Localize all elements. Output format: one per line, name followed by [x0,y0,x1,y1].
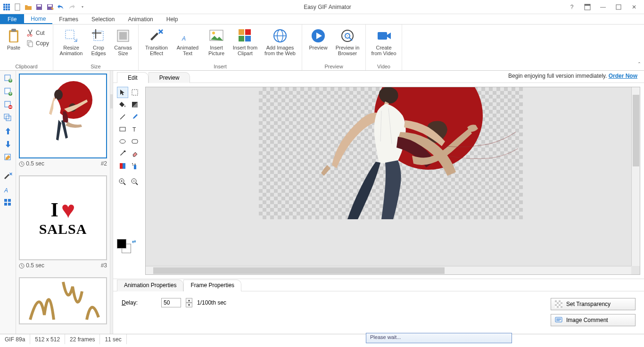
svg-rect-27 [119,32,127,40]
move-up-icon[interactable] [2,125,14,137]
help-icon[interactable]: ? [568,3,576,11]
delay-spinner[interactable]: ▲ ▼ [186,298,192,307]
tab-animation-properties[interactable]: Animation Properties [117,280,183,291]
tab-frames[interactable]: Frames [52,14,85,24]
window-controls: ? — ✕ [568,3,644,11]
svg-rect-71 [120,163,123,169]
eraser-tool[interactable] [129,148,140,159]
brush-tool[interactable] [129,111,140,123]
preview-browser-button[interactable]: Preview in Browser [333,26,362,56]
tab-edit[interactable]: Edit [117,72,149,83]
cut-button[interactable]: Cut [26,28,49,38]
spin-down-icon[interactable]: ▼ [186,303,192,307]
redo-icon[interactable] [67,2,76,12]
svg-rect-72 [123,163,125,169]
tab-preview[interactable]: Preview [149,72,190,83]
open-icon[interactable] [24,2,33,12]
maximize-icon[interactable] [614,3,623,11]
preview-button[interactable]: Preview [306,26,330,50]
pointer-tool[interactable] [117,87,128,98]
replace-color-tool[interactable] [117,160,128,172]
text-tool[interactable]: T [129,124,140,135]
zoom-out-tool[interactable] [129,176,140,188]
save-as-icon[interactable] [45,2,55,12]
copy-button[interactable]: Copy [26,39,49,48]
ribbon-group-insert: Transition Effect AAnimated Text Insert … [139,25,302,70]
qat-dropdown-icon[interactable]: ▾ [78,2,87,12]
delay-input[interactable] [161,298,181,307]
svg-rect-16 [616,5,621,9]
paste-button[interactable]: Paste [4,26,24,50]
effects-icon[interactable] [2,171,14,182]
rectangle-tool[interactable] [117,124,128,135]
add-frame-icon[interactable]: + [2,73,14,84]
ribbon-toggle-icon[interactable] [583,3,592,11]
ribbon-collapse-icon[interactable]: ˆ [638,62,640,68]
line-tool[interactable] [117,111,128,123]
status-format: GIF 89a [0,334,30,344]
insert-clipart-button[interactable]: Insert from Clipart [231,26,259,56]
gradient-tool[interactable] [129,99,140,110]
frame-thumbnail-2[interactable] [19,74,107,158]
manage-frames-icon[interactable] [2,197,14,208]
svg-point-21 [30,34,32,36]
animated-text-button[interactable]: AAnimated Text [173,26,202,56]
undo-icon[interactable] [56,2,66,12]
order-now-link[interactable]: Order Now [609,73,637,79]
spray-tool[interactable] [129,160,140,172]
splitter[interactable] [110,71,113,334]
vertical-scrollbar[interactable] [631,87,640,266]
resize-animation-button[interactable]: Resize Animation [57,26,85,56]
rounded-rect-tool[interactable] [129,136,140,147]
duplicate-frame-icon[interactable] [2,112,14,124]
horizontal-scrollbar[interactable] [146,266,631,274]
spin-up-icon[interactable]: ▲ [186,298,192,303]
svg-rect-19 [11,29,16,32]
eyedropper-tool[interactable] [117,148,128,159]
svg-rect-15 [585,4,590,6]
main-area: + + A [0,71,644,334]
foreground-color[interactable] [117,239,126,248]
swap-colors-icon[interactable]: ⇄ [132,239,136,244]
svg-rect-32 [245,29,251,35]
tab-selection[interactable]: Selection [85,14,121,24]
frame-thumbnail-4[interactable] [19,277,107,324]
text-icon[interactable]: A [2,184,14,195]
selection-tool[interactable] [129,87,140,98]
color-swatch[interactable]: ⇄ [117,239,136,256]
tab-animation[interactable]: Animation [121,14,159,24]
frame-strip: 0.5 sec #2 I ♥ SALSA 0.5 sec #3 [16,71,110,334]
svg-rect-94 [561,306,562,308]
transition-effect-button[interactable]: Transition Effect [142,26,171,56]
svg-rect-9 [15,4,20,10]
new-icon[interactable] [13,2,22,12]
svg-rect-93 [557,306,559,308]
svg-rect-42 [378,32,387,40]
minimize-icon[interactable]: — [599,3,607,11]
crop-edges-button[interactable]: Crop Edges [88,26,109,56]
tab-home[interactable]: Home [24,14,52,24]
zoom-in-tool[interactable] [117,176,128,188]
svg-point-76 [132,165,133,165]
create-from-video-button[interactable]: Create from Video [370,26,398,56]
apps-icon[interactable] [2,2,11,12]
close-icon[interactable]: ✕ [630,3,638,11]
frame-thumbnail-3[interactable]: I ♥ SALSA [19,175,107,260]
file-menu[interactable]: File [0,14,24,24]
add-blank-frame-icon[interactable]: + [2,86,14,97]
insert-picture-button[interactable]: Insert Picture [205,26,228,56]
svg-rect-4 [6,6,8,8]
fill-tool[interactable] [117,99,128,110]
canvas[interactable] [145,87,640,275]
add-images-web-button[interactable]: Add Images from the Web [262,26,298,56]
tab-help[interactable]: Help [160,14,185,24]
save-icon[interactable] [34,2,44,12]
tab-frame-properties[interactable]: Frame Properties [183,280,241,291]
move-down-icon[interactable] [2,139,14,150]
set-transparency-button[interactable]: Set Transparency [551,298,636,310]
edit-frame-icon[interactable] [2,152,14,163]
delete-frame-icon[interactable] [2,99,14,110]
image-comment-button[interactable]: Image Comment [551,314,636,326]
ellipse-tool[interactable] [117,136,128,147]
canvas-size-button[interactable]: Canvas Size [112,26,134,56]
